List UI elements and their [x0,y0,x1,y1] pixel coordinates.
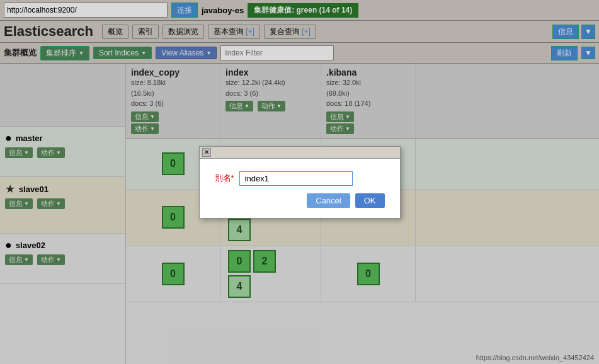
alias-dialog: ✕ 别名* Cancel OK [199,146,401,219]
dialog-overlay: ✕ 别名* Cancel OK [0,0,599,364]
dialog-close-button[interactable]: ✕ [202,148,211,157]
ok-button[interactable]: OK [355,193,385,208]
alias-label: 别名* [215,173,234,184]
dialog-titlebar: ✕ [200,147,400,159]
alias-input[interactable] [239,171,353,186]
cancel-button[interactable]: Cancel [307,193,350,208]
